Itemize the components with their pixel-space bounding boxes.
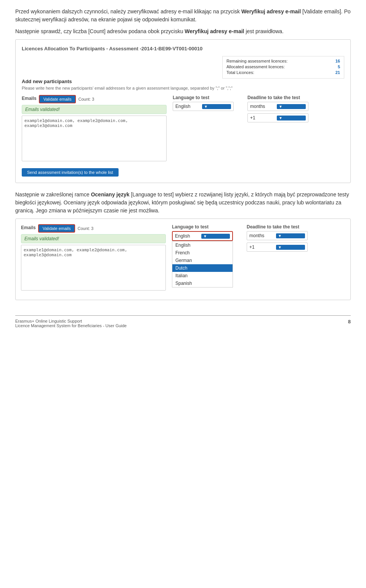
language-value: English — [175, 104, 201, 109]
language-column-2: Language to test English ▼ English Frenc… — [172, 224, 241, 243]
form-row-2: Emails Validate emails Count: 3 Emails v… — [21, 224, 345, 291]
emails-column-2: Emails Validate emails Count: 3 Emails v… — [21, 224, 166, 291]
allocated-value: 5 — [338, 64, 340, 69]
language-label: Language to test — [173, 95, 241, 100]
add-participants-desc: Please write here the new participants' … — [22, 86, 344, 90]
send-invitation-button[interactable]: Send assessment invitation(s) to the who… — [22, 168, 119, 177]
option-french[interactable]: French — [172, 249, 233, 257]
intro-para2: Następnie sprawdź, czy liczba [Count] ad… — [15, 27, 351, 35]
add-participants-title: Add new participants — [22, 79, 344, 84]
allocated-row: Allocated assessment licences: 5 — [226, 64, 340, 69]
language-label-2: Language to test — [172, 224, 241, 230]
language-selected-value: English — [175, 233, 200, 239]
language-dropdown-arrow: ▼ — [202, 104, 231, 109]
language-select-2[interactable]: English ▼ — [172, 231, 233, 241]
footer-line1: Erasmus+ Online Linguistic Support — [15, 319, 127, 323]
deadline-number-arrow-2: ▼ — [276, 245, 305, 250]
footer-left: Erasmus+ Online Linguistic Support Licen… — [15, 319, 127, 328]
emails-textarea[interactable] — [22, 116, 167, 161]
emails-textarea-2[interactable] — [21, 245, 166, 291]
deadline-months-arrow: ▼ — [277, 104, 306, 109]
deadline-number-select[interactable]: +1 ▼ — [247, 113, 308, 122]
remaining-value: 16 — [336, 59, 340, 63]
language-select-wrap: English ▼ English French German Dutch It… — [172, 231, 241, 243]
licence-summary: Remaining assessment licences: 16 Alloca… — [222, 56, 344, 79]
email-count-2: Count: 3 — [77, 226, 93, 231]
deadline-number-value-2: +1 — [249, 244, 274, 250]
deadline-months-select[interactable]: months ▼ — [247, 102, 308, 111]
option-english[interactable]: English — [172, 241, 233, 249]
remaining-row: Remaining assessment licences: 16 — [226, 59, 340, 63]
deadline-number-value: +1 — [250, 115, 275, 120]
option-italian[interactable]: Italian — [172, 272, 233, 280]
total-row: Total Liconces: 21 — [226, 70, 340, 75]
licence-allocation-box: Licences Allocation To Participants - As… — [15, 39, 351, 183]
emails-validated-msg-2: Emails validated! — [21, 234, 166, 243]
deadline-months-select-2[interactable]: months ▼ — [247, 231, 308, 240]
remaining-label: Remaining assessment licences: — [226, 59, 287, 63]
deadline-label: Deadline to take the test — [247, 95, 308, 100]
deadline-column: Deadline to take the test months ▼ +1 ▼ — [247, 95, 308, 125]
email-count: Count: 3 — [78, 97, 94, 101]
option-dutch[interactable]: Dutch — [172, 264, 233, 272]
allocated-label: Allocated assessment licences: — [226, 64, 285, 69]
language-select[interactable]: English ▼ — [173, 102, 234, 111]
emails-column: Emails Validate emails Count: 3 Emails v… — [22, 95, 167, 161]
deadline-months-arrow-2: ▼ — [276, 233, 305, 238]
second-form-box: Emails Validate emails Count: 3 Emails v… — [15, 218, 351, 300]
emails-header: Emails Validate emails Count: 3 — [22, 95, 167, 103]
deadline-months-value-2: months — [249, 233, 274, 238]
emails-label: Emails — [22, 96, 37, 101]
option-spanish[interactable]: Spanish — [172, 280, 233, 287]
deadline-months-value: months — [250, 104, 275, 109]
deadline-number-select-2[interactable]: +1 ▼ — [247, 243, 308, 252]
validate-emails-button[interactable]: Validate emails — [39, 95, 76, 103]
form-row-1: Emails Validate emails Count: 3 Emails v… — [22, 95, 344, 161]
language-column: Language to test English ▼ — [173, 95, 241, 113]
validate-emails-button-2[interactable]: Validate emails — [38, 224, 75, 233]
box-title: Licences Allocation To Participants - As… — [22, 46, 344, 51]
intro-para1: Przed wykonaniem dalszych czynności, nal… — [15, 8, 351, 24]
emails-validated-msg: Emails validated! — [22, 105, 167, 114]
emails-header-2: Emails Validate emails Count: 3 — [21, 224, 166, 233]
language-dropdown-arrow-2: ▼ — [201, 234, 230, 239]
total-value: 21 — [336, 70, 340, 75]
deadline-label-2: Deadline to take the test — [247, 224, 308, 230]
page-number: 8 — [348, 319, 351, 328]
option-german[interactable]: German — [172, 257, 233, 264]
deadline-column-2: Deadline to take the test months ▼ +1 ▼ — [247, 224, 308, 254]
emails-label-2: Emails — [21, 225, 36, 230]
deadline-number-arrow: ▼ — [277, 116, 306, 120]
total-label: Total Liconces: — [226, 70, 254, 75]
language-dropdown-options: English French German Dutch Italian Span… — [172, 241, 233, 288]
footer-line2: Licence Management System for Beneficiar… — [15, 323, 127, 328]
footer: Erasmus+ Online Linguistic Support Licen… — [15, 315, 351, 328]
mid-para: Następnie w zakreślonej ramce Oceniany j… — [15, 191, 351, 215]
